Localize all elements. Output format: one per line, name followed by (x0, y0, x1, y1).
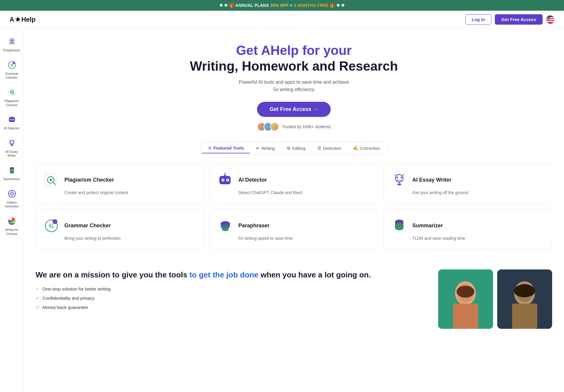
tool-card-top-paraphraser: Paraphraser (217, 218, 371, 234)
tool-icon-grammar-checker: G ✓ (43, 218, 60, 234)
tab-writing-label: Writing (262, 146, 275, 151)
sidebar-item-grammar-checker[interactable]: G ✓ Grammar Checker (1, 57, 23, 83)
svg-point-50 (222, 180, 224, 181)
tab-featured-tools[interactable]: ☆ Featured Tools (202, 143, 250, 153)
avatar-3 (270, 122, 279, 131)
mission-bullet-text-1: One-stop solution for better writing (42, 286, 110, 291)
tool-card-title-grammar-checker: Grammar Checker (64, 223, 111, 229)
svg-rect-53 (224, 175, 226, 177)
tool-card-summarizer[interactable]: Summarizer TLDR and save reading time (384, 209, 552, 249)
tool-card-desc-paraphraser: 5X writing speed to save time (238, 236, 371, 241)
tool-card-desc-grammar-checker: Bring your writing to perfection (64, 236, 197, 241)
mission-heading-normal: We are on a mission to give you the tool… (36, 270, 189, 279)
svg-rect-24 (11, 117, 12, 118)
mission-bullet-3: ✓ Money-back guarantee (36, 304, 426, 310)
paraphraser-icon (7, 36, 17, 47)
sidebar-label-citation-generator: Citation Generator (3, 201, 21, 209)
tab-editing-label: Editing (292, 146, 305, 151)
tool-card-desc-plagiarism-checker: Create and protect original content (64, 190, 197, 195)
banner-discount: 30% OFF (270, 3, 290, 8)
trusted-row: Trusted by 100k+ students (42, 122, 546, 131)
mission-heading-blue: to get the job done (189, 270, 259, 279)
checkmark-icon-1: ✓ (36, 286, 39, 292)
sidebar-item-ai-detector[interactable]: AI Detector (1, 111, 23, 134)
tool-card-ai-essay-writer[interactable]: AI Essay Writer Get your writing off the… (384, 163, 552, 204)
mission-bullet-1: ✓ One-stop solution for better writing (36, 286, 426, 292)
tool-card-top-grammar-checker: G ✓ Grammar Checker (43, 218, 197, 234)
tools-grid: Plagiarism Checker Create and protect or… (36, 163, 552, 249)
sidebar-label-ahelp-chrome: AHelp for Chrome (3, 228, 21, 236)
mission-heading-tail: when you have a lot going on. (259, 270, 371, 279)
tool-card-plagiarism-checker[interactable]: Plagiarism Checker Create and protect or… (36, 163, 204, 204)
header-actions: Log in Get Free Access ★★★ ★★★★ (465, 14, 555, 25)
hero-heading-dark: Writing, Homework and Research (190, 59, 398, 73)
tool-card-title-ai-essay-writer: AI Essay Writer (412, 177, 451, 183)
tab-detection-label: Detection (323, 146, 341, 151)
svg-point-28 (12, 141, 13, 142)
mission-bullet-text-2: Confidentiality and privacy (42, 296, 94, 301)
hero-section: Get AHelp for your Writing, Homework and… (36, 28, 552, 142)
sidebar-item-ai-essay-writer[interactable]: AI Essay Writer (1, 135, 23, 161)
tool-card-desc-ai-detector: Detect ChatGPT, Claude and Bard (238, 190, 371, 195)
banner-icons-left: ❄ ❄ 🎁 (219, 3, 235, 8)
tool-card-title-summarizer: Summarizer (412, 223, 443, 229)
tool-icon-plagiarism-checker (43, 172, 60, 188)
svg-point-55 (224, 173, 226, 174)
header-free-access-button[interactable]: Get Free Access (495, 14, 543, 25)
tool-card-grammar-checker[interactable]: G ✓ Grammar Checker Bring your writing t… (36, 209, 204, 249)
tool-card-top-ai-essay-writer: AI Essay Writer (391, 172, 545, 188)
tab-correction[interactable]: ✍ Correction (347, 143, 386, 153)
svg-point-10 (13, 43, 15, 44)
banner-text-main: ANNUAL PLANS (235, 3, 270, 8)
sidebar-label-ai-detector: AI Detector (4, 126, 20, 131)
hero-free-access-button[interactable]: Get Free Access → (257, 102, 330, 117)
svg-text:G: G (49, 223, 54, 229)
tool-card-paraphraser[interactable]: Paraphraser 5X writing speed to save tim… (210, 209, 378, 249)
site-header: A ★ Help Log in Get Free Access ★★★ ★★★★ (0, 11, 564, 28)
svg-rect-83 (512, 304, 537, 329)
banner-free-months: 3 MONTHS FREE (294, 3, 328, 8)
mission-heading: We are on a mission to give you the tool… (36, 269, 426, 280)
tool-icon-ai-detector (217, 172, 234, 188)
tool-card-title-plagiarism-checker: Plagiarism Checker (64, 177, 114, 183)
tool-card-desc-summarizer: TLDR and save reading time (412, 236, 545, 241)
sidebar: Paraphraser G ✓ Grammar Checker (0, 28, 24, 392)
mission-bullet-2: ✓ Confidentiality and privacy (36, 295, 426, 301)
tab-editing[interactable]: ⚙ Editing (281, 143, 311, 153)
svg-line-30 (14, 140, 15, 140)
svg-line-60 (403, 174, 404, 175)
svg-rect-31 (11, 145, 13, 146)
tab-featured-label: Featured Tools (213, 146, 244, 150)
svg-point-57 (396, 177, 398, 178)
svg-point-52 (227, 180, 228, 181)
svg-point-69 (221, 225, 230, 228)
sidebar-label-plagiarism-checker: Plagiarism Checker (3, 99, 21, 107)
tab-editing-icon: ⚙ (287, 146, 291, 151)
tool-card-top-ai-detector: AI Detector (217, 172, 371, 188)
banner-icons-right: 🎁 ❄ ❄ (330, 3, 345, 8)
tool-card-ai-detector[interactable]: AI Detector Detect ChatGPT, Claude and B… (210, 163, 378, 204)
sidebar-item-summarizer[interactable]: Summarizer (1, 162, 23, 184)
tab-writing[interactable]: ✏ Writing (250, 143, 281, 153)
sidebar-item-plagiarism-checker[interactable]: Plagiarism Checker (1, 84, 23, 110)
svg-point-84 (514, 284, 535, 297)
tabs-row: ☆ Featured Tools ✏ Writing ⚙ Editing ☰ D… (200, 142, 388, 155)
login-button[interactable]: Log in (465, 14, 491, 25)
svg-point-58 (400, 177, 402, 178)
checkmark-icon-3: ✓ (36, 304, 39, 310)
tool-card-title-ai-detector: AI Detector (238, 177, 267, 183)
language-selector[interactable]: ★★★ ★★★★ (546, 15, 555, 24)
site-logo[interactable]: A ★ Help (9, 16, 36, 23)
hero-heading: Get AHelp for your Writing, Homework and… (42, 43, 546, 74)
mission-text: We are on a mission to give you the tool… (36, 269, 426, 310)
tool-card-top-plagiarism: Plagiarism Checker (43, 172, 197, 188)
tool-card-desc-ai-essay-writer: Get your writing off the ground (412, 190, 545, 195)
sidebar-item-paraphraser[interactable]: Paraphraser (1, 33, 23, 55)
tab-detection[interactable]: ☰ Detection (311, 143, 347, 153)
svg-point-43 (11, 220, 13, 222)
tool-icon-paraphraser (217, 218, 234, 234)
sidebar-item-citation-generator[interactable]: Citation Generator (1, 185, 23, 212)
sidebar-label-paraphraser: Paraphraser (3, 48, 20, 53)
sidebar-label-summarizer: Summarizer (3, 177, 20, 181)
sidebar-item-ahelp-chrome[interactable]: AHelp for Chrome (1, 213, 23, 239)
